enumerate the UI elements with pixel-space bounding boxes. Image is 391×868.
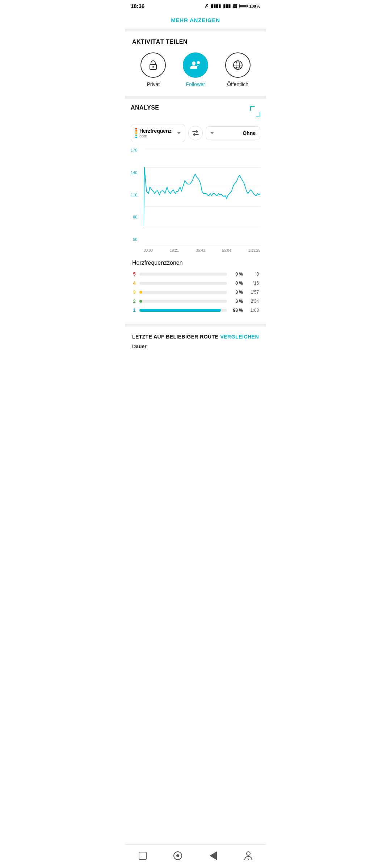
y-label-110: 110: [131, 193, 137, 197]
zone-pct-2: 3 %: [230, 299, 243, 304]
x-label-3: 55:04: [222, 248, 231, 252]
chart-y-labels: 170 140 110 80 50: [131, 148, 139, 242]
y-label-140: 140: [131, 170, 137, 175]
svg-point-3: [197, 61, 200, 64]
divider-2: [125, 96, 266, 99]
zone-bar-bg-2: [139, 300, 227, 303]
zone-bar-fill-3: [139, 291, 142, 294]
zone-time-3: 1'57: [246, 290, 259, 295]
privat-label: Privat: [147, 81, 160, 87]
zone-num-2: 2: [132, 298, 136, 304]
hz-color-bars: [135, 128, 137, 138]
mehr-anzeigen-button[interactable]: MEHR ANZEIGEN: [171, 17, 220, 23]
chevron-down-ohne: [210, 132, 214, 134]
battery: 100%: [239, 4, 260, 8]
chart-x-labels: 00:00 18:21 36:43 55:04 1:13:25: [144, 248, 260, 252]
hz-zones-section: Herzfrequenzzonen 5 0 % '0 4 0 % '16 3 3…: [131, 260, 260, 313]
selector-hz-title: Herzfrequenz: [139, 128, 175, 134]
share-option-oeffentlich[interactable]: Öffentlich: [225, 52, 251, 87]
chart-svg: [144, 148, 260, 246]
zone-bar-bg-4: [139, 282, 227, 285]
expand-icon[interactable]: [250, 106, 260, 116]
selector-ohne-title: Ohne: [243, 130, 256, 136]
x-label-0: 00:00: [144, 248, 153, 252]
status-bar: 18:36 ✗ ▮▮▮▮ ▮▮▮ ▨ 100%: [125, 0, 266, 10]
swap-icon: [192, 130, 199, 136]
chevron-down-hz: [177, 132, 181, 134]
oeffentlich-label: Öffentlich: [227, 81, 248, 87]
share-options: Privat Follower: [132, 52, 259, 87]
selectors-row: Herzfrequenz bpm Ohne: [131, 124, 260, 142]
swap-button[interactable]: [188, 126, 203, 140]
analyse-header: ANALYSE: [131, 105, 260, 118]
zone-time-4: '16: [246, 281, 259, 286]
zone-bar-fill-2: [139, 300, 142, 303]
hz-color-orange: [135, 130, 137, 132]
bottom-spacer: [125, 356, 266, 381]
mehr-anzeigen-section: MEHR ANZEIGEN: [125, 10, 266, 29]
zone-row-1: 1 93 % 1:08: [132, 307, 259, 313]
signal-icon: ▮▮▮▮: [211, 3, 221, 9]
lock-icon: [147, 59, 159, 71]
zone-row-5: 5 0 % '0: [132, 271, 259, 277]
zone-row-2: 2 3 % 2'34: [132, 298, 259, 304]
wifi-icon: ▨: [233, 3, 237, 9]
analyse-section: ANALYSE Herzfrequenz bpm: [125, 99, 266, 324]
zone-pct-1: 93 %: [230, 308, 243, 313]
follower-circle: [183, 52, 208, 78]
signal-icon2: ▮▮▮: [223, 3, 231, 9]
hz-color-cyan: [135, 137, 137, 138]
zone-time-1: 1:08: [246, 308, 259, 313]
zone-pct-5: 0 %: [230, 272, 243, 277]
zone-time-5: '0: [246, 272, 259, 277]
share-option-follower[interactable]: Follower: [183, 52, 208, 87]
zone-bar-bg-1: [139, 309, 227, 312]
zone-bar-bg-3: [139, 291, 227, 294]
selector-hz-sub: bpm: [139, 134, 175, 138]
aktivitaet-section: AKTIVITÄT TEILEN Privat Fol: [125, 31, 266, 96]
letzte-section: LETZTE AUF BELIEBIGER ROUTE VERGLEICHEN …: [125, 327, 266, 356]
zone-bar-fill-1: [139, 309, 221, 312]
analyse-title: ANALYSE: [131, 105, 159, 111]
zone-num-5: 5: [132, 271, 136, 277]
zone-row-3: 3 3 % 1'57: [132, 289, 259, 295]
follower-icon: [189, 59, 202, 72]
x-label-4: 1:13:25: [248, 248, 260, 252]
status-icons: ✗ ▮▮▮▮ ▮▮▮ ▨ 100%: [205, 3, 260, 9]
hz-color-red: [135, 128, 137, 129]
x-label-2: 36:43: [196, 248, 205, 252]
zone-row-4: 4 0 % '16: [132, 280, 259, 286]
selector-hz-label: Herzfrequenz bpm: [139, 128, 175, 138]
share-option-privat[interactable]: Privat: [140, 52, 166, 87]
hz-zones-title: Herzfrequenzzonen: [132, 260, 259, 266]
aktivitaet-title: AKTIVITÄT TEILEN: [132, 39, 259, 45]
zone-pct-3: 3 %: [230, 290, 243, 295]
zone-pct-4: 0 %: [230, 281, 243, 286]
selector-ohne[interactable]: Ohne: [206, 126, 260, 140]
y-label-50: 50: [133, 237, 137, 242]
vergleichen-button[interactable]: VERGLEICHEN: [220, 334, 259, 340]
battery-pct: 100: [249, 4, 256, 8]
svg-point-2: [192, 61, 196, 65]
zone-num-3: 3: [132, 289, 136, 295]
dauer-label: Dauer: [132, 344, 147, 349]
zone-num-1: 1: [132, 307, 136, 313]
chart-svg-wrapper: 00:00 18:21 36:43 55:04 1:13:25: [144, 148, 260, 252]
status-time: 18:36: [131, 3, 144, 9]
svg-point-1: [152, 66, 154, 68]
privat-circle: [140, 52, 166, 78]
letzte-title: LETZTE AUF BELIEBIGER ROUTE: [132, 334, 218, 340]
globe-icon: [232, 59, 244, 71]
hz-color-yellow: [135, 132, 137, 134]
selector-herzfrequenz[interactable]: Herzfrequenz bpm: [131, 124, 185, 142]
zone-bar-bg-5: [139, 273, 227, 276]
oeffentlich-circle: [225, 52, 251, 78]
hz-color-green: [135, 135, 137, 136]
zone-num-4: 4: [132, 280, 136, 286]
follower-label: Follower: [186, 81, 205, 87]
x-label-1: 18:21: [170, 248, 179, 252]
heart-rate-chart: 170 140 110 80 50 00:00 18:21: [131, 148, 260, 252]
y-label-170: 170: [131, 148, 137, 152]
divider-1: [125, 29, 266, 31]
y-label-80: 80: [133, 215, 137, 219]
